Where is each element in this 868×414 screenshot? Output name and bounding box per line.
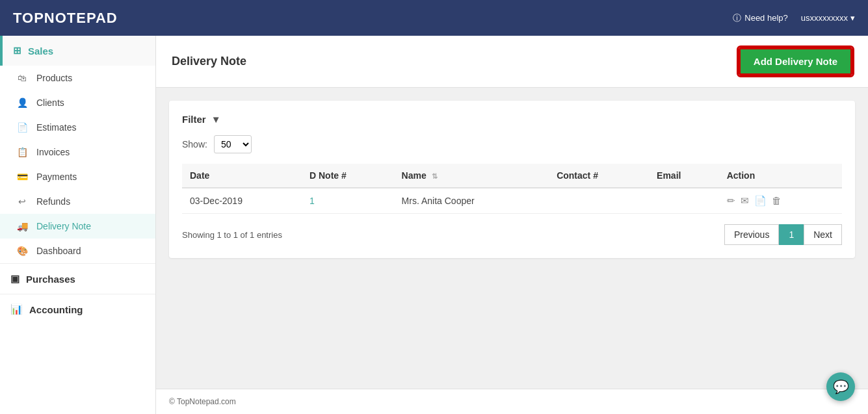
filter-label: Filter xyxy=(182,114,206,125)
sidebar-accounting[interactable]: 📊 Accounting xyxy=(0,294,155,324)
sidebar-purchases-label: Purchases xyxy=(26,274,75,285)
email-icon[interactable]: ✉ xyxy=(741,195,749,207)
col-email: Email xyxy=(649,164,719,188)
sidebar-item-estimates[interactable]: 📄 Estimates xyxy=(0,115,155,140)
delete-icon[interactable]: 🗑 xyxy=(772,195,782,207)
sidebar-sales[interactable]: ⊞ Sales xyxy=(0,36,155,66)
user-menu[interactable]: usxxxxxxxxx ▾ xyxy=(801,13,855,23)
app-name: TopNotepad xyxy=(13,10,118,26)
footer-text: © TopNotepad.com xyxy=(169,397,236,406)
sidebar-accounting-label: Accounting xyxy=(29,304,83,315)
add-delivery-note-button[interactable]: Add Delivery Note xyxy=(739,47,852,75)
table-row: 03-Dec-2019 1 Mrs. Anita Cooper ✏ ✉ xyxy=(182,188,842,214)
chat-icon: 💬 xyxy=(833,379,849,395)
col-date: Date xyxy=(182,164,302,188)
clients-icon: 👤 xyxy=(16,97,29,108)
showing-text: Showing 1 to 1 of 1 entries xyxy=(182,230,282,240)
help-link[interactable]: ⓘ Need help? xyxy=(733,12,788,24)
payments-icon: 💳 xyxy=(16,172,29,182)
sidebar-purchases[interactable]: ▣ Purchases xyxy=(0,263,155,294)
invoices-icon: 📋 xyxy=(16,147,29,157)
app-header: TopNotepad ⓘ Need help? usxxxxxxxxx ▾ xyxy=(0,0,868,36)
name-sort-icon[interactable]: ⇅ xyxy=(432,172,438,180)
main-layout: ⊞ Sales 🛍 Products 👤 Clients 📄 Estimates… xyxy=(0,36,868,414)
accounting-collapse-icon: 📊 xyxy=(10,304,23,315)
page-1-button[interactable]: 1 xyxy=(779,224,804,245)
estimates-icon: 📄 xyxy=(16,122,29,133)
sidebar-products-label: Products xyxy=(36,73,72,83)
sidebar: ⊞ Sales 🛍 Products 👤 Clients 📄 Estimates… xyxy=(0,36,156,414)
cell-name: Mrs. Anita Cooper xyxy=(394,188,549,214)
cell-action: ✏ ✉ 📄 🗑 xyxy=(719,188,842,214)
main-content: Delivery Note Add Delivery Note Filter ▼… xyxy=(156,36,868,414)
sidebar-dashboard-label: Dashboard xyxy=(36,246,81,256)
next-button[interactable]: Next xyxy=(804,224,842,245)
app-logo: TopNotepad xyxy=(13,10,118,27)
sidebar-item-refunds[interactable]: ↩ Refunds xyxy=(0,189,155,214)
cell-email xyxy=(649,188,719,214)
col-contact: Contact # xyxy=(549,164,649,188)
previous-button[interactable]: Previous xyxy=(724,224,779,245)
delivery-note-icon: 🚚 xyxy=(16,221,29,231)
page-header: Delivery Note Add Delivery Note xyxy=(156,36,868,88)
sidebar-delivery-note-label: Delivery Note xyxy=(36,221,91,231)
filter-row: Show: 50 10 25 100 xyxy=(182,135,842,153)
sidebar-clients-label: Clients xyxy=(36,97,64,108)
sidebar-sales-label: Sales xyxy=(28,45,53,57)
download-icon[interactable]: 📄 xyxy=(754,195,767,207)
refunds-icon: ↩ xyxy=(16,196,29,207)
cell-date: 03-Dec-2019 xyxy=(182,188,302,214)
chat-button[interactable]: 💬 xyxy=(826,372,855,401)
pagination-row: Showing 1 to 1 of 1 entries Previous 1 N… xyxy=(182,224,842,245)
sales-icon: ⊞ xyxy=(13,45,21,57)
dnote-link[interactable]: 1 xyxy=(309,196,315,206)
cell-dnote: 1 xyxy=(302,188,394,214)
delivery-notes-table: Date D Note # Name ⇅ Contact # Email Act… xyxy=(182,164,842,214)
purchases-collapse-icon: ▣ xyxy=(10,273,20,285)
show-label: Show: xyxy=(182,139,207,149)
edit-icon[interactable]: ✏ xyxy=(727,195,735,207)
footer: © TopNotepad.com xyxy=(156,389,868,414)
products-icon: 🛍 xyxy=(16,73,29,83)
content-area: Filter ▼ Show: 50 10 25 100 xyxy=(156,88,868,271)
sales-section: ⊞ Sales 🛍 Products 👤 Clients 📄 Estimates… xyxy=(0,36,155,263)
filter-icon: ▼ xyxy=(211,114,221,125)
sidebar-payments-label: Payments xyxy=(36,172,77,182)
sidebar-item-delivery-note[interactable]: 🚚 Delivery Note xyxy=(0,214,155,239)
sidebar-refunds-label: Refunds xyxy=(36,196,70,207)
col-dnote: D Note # xyxy=(302,164,394,188)
sidebar-item-dashboard[interactable]: 🎨 Dashboard xyxy=(0,239,155,263)
page-title: Delivery Note xyxy=(172,55,246,68)
sidebar-item-products[interactable]: 🛍 Products xyxy=(0,66,155,90)
col-name: Name ⇅ xyxy=(394,164,549,188)
dashboard-icon: 🎨 xyxy=(16,246,29,256)
user-label: usxxxxxxxxx xyxy=(801,13,848,23)
sidebar-item-invoices[interactable]: 📋 Invoices xyxy=(0,140,155,164)
help-text: Need help? xyxy=(744,13,788,23)
table-header-row: Date D Note # Name ⇅ Contact # Email Act… xyxy=(182,164,842,188)
pagination-buttons: Previous 1 Next xyxy=(724,224,842,245)
cell-contact xyxy=(549,188,649,214)
sidebar-item-clients[interactable]: 👤 Clients xyxy=(0,90,155,115)
chevron-down-icon: ▾ xyxy=(850,13,855,23)
sidebar-estimates-label: Estimates xyxy=(36,122,76,133)
help-icon: ⓘ xyxy=(733,12,741,24)
filter-header: Filter ▼ xyxy=(182,114,842,125)
action-icons: ✏ ✉ 📄 🗑 xyxy=(727,195,834,207)
filter-card: Filter ▼ Show: 50 10 25 100 xyxy=(169,101,855,258)
sidebar-invoices-label: Invoices xyxy=(36,147,70,157)
col-action: Action xyxy=(719,164,842,188)
header-right: ⓘ Need help? usxxxxxxxxx ▾ xyxy=(733,12,855,24)
show-select[interactable]: 50 10 25 100 xyxy=(214,135,252,153)
sidebar-item-payments[interactable]: 💳 Payments xyxy=(0,164,155,189)
